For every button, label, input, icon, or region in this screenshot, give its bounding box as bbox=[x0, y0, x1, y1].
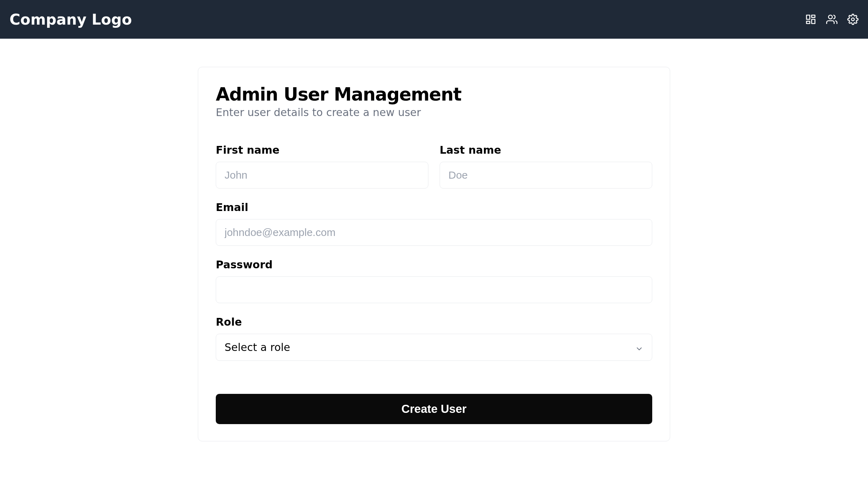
page-subtitle: Enter user details to create a new user bbox=[216, 106, 652, 119]
role-group: Role Select a role bbox=[216, 316, 652, 361]
password-label: Password bbox=[216, 258, 652, 271]
header-icons-container bbox=[805, 14, 859, 25]
svg-rect-2 bbox=[812, 19, 815, 24]
role-label: Role bbox=[216, 316, 652, 328]
users-icon[interactable] bbox=[826, 14, 837, 25]
last-name-label: Last name bbox=[440, 144, 652, 156]
svg-rect-0 bbox=[807, 15, 810, 19]
chevron-down-icon bbox=[635, 343, 643, 352]
role-section: Role Select a role bbox=[216, 316, 652, 361]
role-select-text: Select a role bbox=[225, 341, 290, 353]
first-name-input[interactable] bbox=[216, 162, 428, 188]
svg-point-5 bbox=[851, 18, 854, 21]
password-group: Password bbox=[216, 258, 652, 303]
dashboard-icon[interactable] bbox=[805, 14, 816, 25]
email-input[interactable] bbox=[216, 219, 652, 246]
svg-point-4 bbox=[829, 15, 833, 19]
role-select-wrapper: Select a role bbox=[216, 334, 652, 361]
page-title: Admin User Management bbox=[216, 84, 652, 105]
company-logo: Company Logo bbox=[9, 11, 132, 28]
email-label: Email bbox=[216, 201, 652, 213]
email-section: Email bbox=[216, 201, 652, 246]
user-management-card: Admin User Management Enter user details… bbox=[198, 67, 670, 441]
svg-rect-3 bbox=[807, 21, 810, 24]
first-name-group: First name bbox=[216, 144, 428, 188]
gear-icon[interactable] bbox=[847, 14, 859, 25]
last-name-group: Last name bbox=[440, 144, 652, 188]
password-section: Password bbox=[216, 258, 652, 303]
email-group: Email bbox=[216, 201, 652, 246]
main-container: Admin User Management Enter user details… bbox=[0, 39, 868, 469]
name-row: First name Last name bbox=[216, 144, 652, 188]
last-name-input[interactable] bbox=[440, 162, 652, 188]
svg-rect-1 bbox=[812, 15, 815, 18]
first-name-label: First name bbox=[216, 144, 428, 156]
password-input[interactable] bbox=[216, 276, 652, 303]
app-header: Company Logo bbox=[0, 0, 868, 39]
role-select[interactable]: Select a role bbox=[216, 334, 652, 361]
create-user-button[interactable]: Create User bbox=[216, 394, 652, 424]
